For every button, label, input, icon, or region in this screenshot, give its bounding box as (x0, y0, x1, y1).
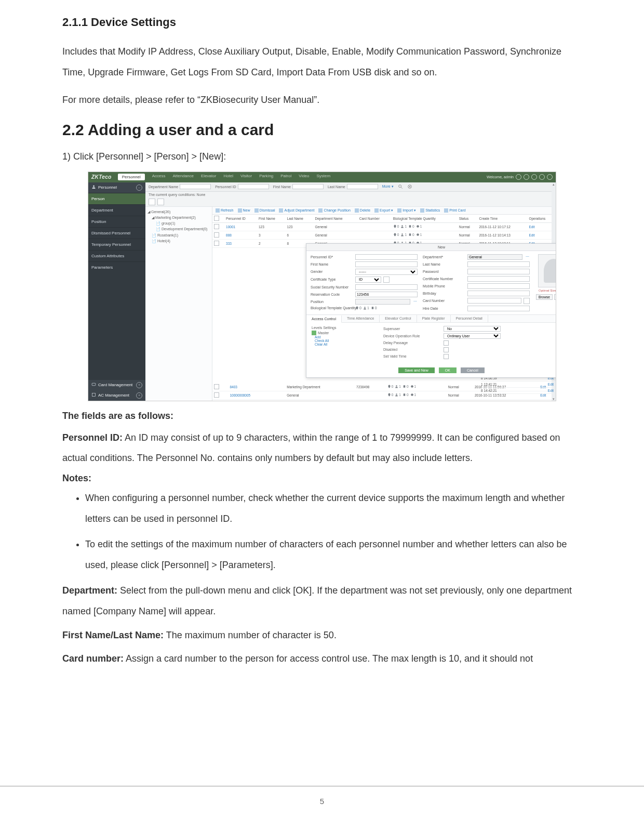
tree-item[interactable]: 📄 Hotel(4) (147, 238, 210, 244)
sidebar-item-custom-attributes[interactable]: Custom Attributes (88, 250, 145, 261)
tree-item[interactable]: 📄 Development Department(0) (147, 226, 210, 232)
select-all-checkbox[interactable] (214, 216, 219, 221)
tab-visitor[interactable]: Visitor (240, 174, 252, 180)
topbar-icon-5[interactable] (547, 174, 553, 180)
filter-pid-input[interactable] (238, 184, 269, 189)
tab-access[interactable]: Access (152, 174, 166, 180)
input-position[interactable] (355, 299, 410, 305)
row-edit[interactable]: Edit (548, 383, 554, 386)
input-reservation[interactable] (355, 292, 418, 297)
tree-item[interactable]: 📄 group(1) (147, 220, 210, 226)
topbar-icon-2[interactable] (524, 174, 529, 180)
scroll-up-icon[interactable]: ▴ (553, 182, 555, 186)
sidebar-item-person[interactable]: Person (88, 193, 145, 204)
filter-dept-input[interactable] (180, 184, 211, 189)
modal-tab-access[interactable]: Access Control (306, 315, 342, 323)
card-reader-icon[interactable] (524, 298, 530, 304)
cancel-button[interactable]: Cancel (461, 367, 485, 373)
toolbar-new[interactable]: New (238, 208, 250, 213)
input-hire-date[interactable] (467, 306, 530, 311)
row-checkbox[interactable] (214, 224, 219, 229)
sidebar-section-ac[interactable]: AC Management + (88, 390, 145, 401)
sidebar-item-temporary[interactable]: Temporary Personnel (88, 239, 145, 250)
topbar-icon-4[interactable] (539, 174, 545, 180)
modal-tab-detail[interactable]: Personnel Detail (451, 315, 488, 322)
toolbar-refresh[interactable]: Refresh (216, 208, 234, 213)
row-checkbox[interactable] (214, 232, 219, 238)
filter-first-input[interactable] (292, 184, 324, 189)
department-picker-icon[interactable]: ⋯ (525, 255, 530, 259)
sidebar-section-card[interactable]: Card Management + (88, 380, 145, 390)
filter-last-input[interactable] (347, 184, 378, 189)
input-last-name[interactable] (467, 261, 530, 267)
sidebar-ac-expand-icon[interactable]: + (136, 392, 142, 399)
toolbar-delete[interactable]: Delete (355, 208, 370, 213)
sidebar-item-parameters[interactable]: Parameters (88, 261, 145, 273)
input-mobile[interactable] (467, 283, 530, 289)
checkbox-set-valid-time[interactable] (444, 354, 449, 359)
tab-attendance[interactable]: Attendance (173, 174, 194, 180)
level-master-checkbox[interactable] (312, 331, 316, 335)
input-department[interactable] (467, 254, 522, 260)
cert-extra-icon[interactable] (383, 277, 390, 283)
tab-system[interactable]: System (317, 174, 331, 180)
filter-more[interactable]: More ▾ (382, 185, 394, 189)
tree-item[interactable]: 📄 Rosebank(1) (147, 232, 210, 238)
modal-tab-elevator[interactable]: Elevator Control (380, 315, 417, 322)
tab-personnel[interactable]: Personnel (118, 174, 145, 180)
row-checkbox[interactable] (214, 384, 219, 389)
capture-button[interactable]: Capture (554, 294, 556, 300)
select-cert-type[interactable]: ID (355, 277, 381, 283)
layout-icon-2[interactable] (157, 199, 164, 205)
sidebar-item-dismissed[interactable]: Dismissed Personnel (88, 227, 145, 239)
topbar-icon-3[interactable] (531, 174, 537, 180)
sidebar-collapse-icon[interactable]: – (136, 185, 142, 191)
levels-add[interactable]: Add (315, 335, 374, 339)
input-birthday[interactable] (467, 291, 530, 296)
tab-parking[interactable]: Parking (259, 174, 273, 180)
toolbar-export[interactable]: Export ▾ (374, 208, 393, 213)
row-checkbox[interactable] (214, 392, 219, 398)
search-icon[interactable] (398, 184, 403, 190)
clear-icon[interactable] (407, 184, 412, 190)
checkbox-delay-passage[interactable] (444, 340, 449, 346)
tab-patrol[interactable]: Patrol (280, 174, 291, 180)
save-and-new-button[interactable]: Save and New (398, 367, 435, 373)
input-first-name[interactable] (355, 261, 418, 267)
table-row[interactable]: 10001123123General0101Normal2016-11-12 1… (212, 222, 556, 231)
scroll-down-icon[interactable]: ▾ (553, 397, 555, 401)
sidebar-section-personnel[interactable]: Personnel – (88, 182, 145, 193)
modal-tab-plate[interactable]: Plate Register (417, 315, 451, 322)
input-card-number[interactable] (467, 298, 521, 304)
position-picker-icon[interactable]: ⋯ (412, 299, 418, 304)
toolbar-print-card[interactable]: Print Card (444, 208, 466, 213)
sidebar-item-department[interactable]: Department (88, 204, 145, 216)
select-device-role[interactable]: Ordinary User (444, 333, 501, 339)
tab-video[interactable]: Video (299, 174, 309, 180)
levels-clear-all[interactable]: Clear All (315, 343, 374, 346)
tree-item[interactable]: ◢ Marketing Department(2) (147, 215, 210, 220)
tree-root[interactable]: ◢ General(26) (147, 209, 210, 215)
toolbar-adjust-dept[interactable]: Adjust Department (279, 208, 314, 213)
sidebar-card-expand-icon[interactable]: + (136, 382, 142, 388)
toolbar-dismissal[interactable]: Dismissal (254, 208, 275, 213)
tab-hotel[interactable]: Hotel (223, 174, 233, 180)
modal-tab-attendance[interactable]: Time Attendance (342, 315, 380, 322)
tab-elevator[interactable]: Elevator (201, 174, 216, 180)
select-superuser[interactable]: No (444, 326, 501, 332)
ok-button[interactable]: OK (439, 367, 457, 373)
row-edit[interactable]: Edit (548, 389, 554, 392)
sidebar-item-position[interactable]: Position (88, 216, 145, 227)
input-personnel-id[interactable] (355, 254, 418, 260)
table-row[interactable]: 6Hotel223450101Normal2016-10-11 13:39:09… (212, 399, 556, 401)
select-gender[interactable]: ------ (355, 269, 418, 275)
checkbox-disabled[interactable] (444, 347, 449, 352)
toolbar-import[interactable]: Import ▾ (397, 208, 416, 213)
input-password[interactable] (467, 269, 530, 274)
topbar-icon-1[interactable] (516, 174, 521, 180)
row-checkbox[interactable] (214, 241, 219, 246)
toolbar-change-position[interactable]: Change Position (318, 208, 350, 213)
browse-button[interactable]: Browse (536, 294, 553, 300)
input-cert-number[interactable] (467, 276, 530, 282)
layout-icon-1[interactable] (149, 199, 155, 205)
